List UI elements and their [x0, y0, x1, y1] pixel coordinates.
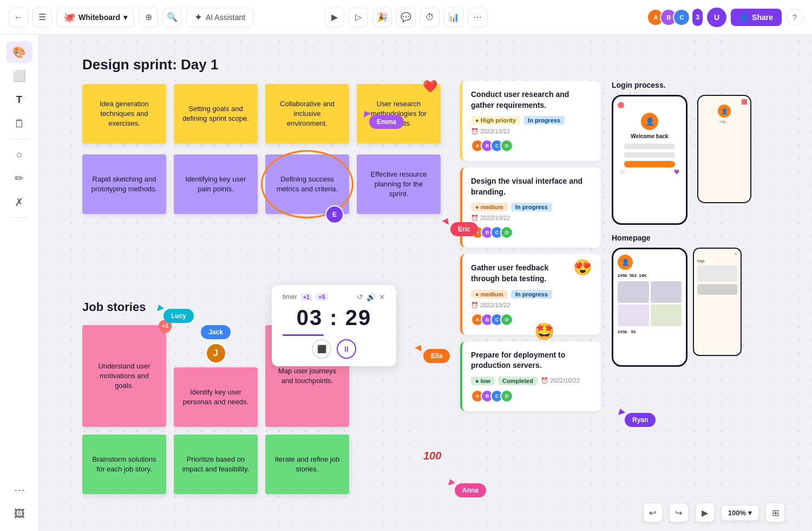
ai-assistant-button[interactable]: ✦ AI Assistant [186, 8, 253, 27]
score-label: 100 [423, 450, 441, 462]
task-tags-1: ● High priority In progress ⏰ 2022/10/22 [471, 116, 592, 135]
task-tags-2: ● medium In progress ⏰ 2022/10/22 [471, 203, 592, 222]
timer-badge1: +1 [300, 293, 313, 301]
status-tag-3: In progress [511, 290, 552, 299]
sidebar-item-pen[interactable]: ✏ [6, 167, 32, 189]
redo-button[interactable]: ↪ [669, 503, 689, 522]
job-note-1[interactable]: Understand user motivations and goals. +… [82, 325, 166, 427]
comment-button[interactable]: 💬 [396, 8, 416, 27]
hp-user-avatar: 👤 [618, 255, 633, 270]
back-button[interactable]: ← [9, 8, 28, 27]
current-user-avatar[interactable]: U [707, 8, 726, 27]
task-card-3[interactable]: Gather user feedback through beta testin… [460, 254, 601, 334]
job-note-4[interactable]: Brainstorm solutions for each job story. [82, 435, 166, 494]
timer-button[interactable]: ⏱ [420, 8, 440, 27]
menu-button[interactable]: ☰ [32, 8, 52, 27]
play-mode-button[interactable]: ▶ [695, 503, 715, 522]
collaborator-avatars: A B C 3 [647, 9, 703, 26]
share-button[interactable]: 👤 Share [731, 9, 782, 26]
share-label: Share [752, 13, 773, 22]
sticky-note-6[interactable]: Identifying key user pain points. [174, 154, 258, 214]
timer-pause-button[interactable]: ⏸ [337, 339, 356, 359]
status-tag-2: In progress [511, 203, 552, 211]
task-avatar-4d: D [500, 390, 513, 403]
priority-tag-1: ● High priority [471, 116, 520, 125]
toolbar: ← ☰ 🐙 Whiteboard ▾ ⊕ 🔍 ✦ AI Assistant ▶ … [0, 0, 812, 35]
date-2: ⏰ 2022/10/22 [471, 215, 510, 222]
zoom-dropdown-icon: ▾ [748, 509, 752, 517]
sidebar-item-connect[interactable]: ✗ [6, 191, 32, 213]
canvas[interactable]: Design sprint: Day 1 Idea generation tec… [39, 35, 812, 531]
mockup-field-1 [624, 144, 675, 149]
timer-close[interactable]: ✕ [379, 293, 385, 301]
zoom-control[interactable]: 100% ▾ [721, 505, 759, 521]
task-title-3: Gather user feedback through beta testin… [471, 263, 573, 284]
sidebar-item-sticky[interactable]: 🗒 [6, 113, 32, 134]
sprint-section: Design sprint: Day 1 Idea generation tec… [82, 56, 483, 225]
sticky-text-3: Collaborative and inclusive environment. [273, 99, 342, 129]
sticky-text-7: Defining success metrics and criteria. [273, 174, 342, 194]
sticky-text-2: Setting goals and defining sprint scope. [181, 104, 250, 124]
sticky-note-7[interactable]: Defining success metrics and criteria. E [265, 154, 349, 214]
hp-bottom-stat: 245k 56 [618, 329, 682, 334]
cursor-anna: Anna [455, 483, 486, 497]
status-tag-4: Completed [498, 377, 538, 385]
confetti-button[interactable]: 🎉 [372, 8, 392, 27]
login-phone-small: 👤 hap... [697, 95, 751, 203]
timer-stop-button[interactable]: ⬛ [312, 339, 331, 359]
login-phone-main: 👤 Welcome back 22💜 [612, 95, 687, 225]
cursor-arrow-ryan [617, 407, 626, 415]
undo-button[interactable]: ↩ [643, 503, 663, 522]
hp-small-img2 [697, 284, 737, 295]
task-card-4[interactable]: Prepare for deployment to production ser… [460, 341, 601, 411]
expand-button[interactable]: ⊞ [765, 503, 785, 522]
sticky-user-avatar: E [325, 205, 344, 224]
whiteboard-logo[interactable]: 🐙 Whiteboard ▾ [56, 8, 134, 27]
timer-controls: ⬛ ⏸ [283, 339, 385, 359]
ai-label: AI Assistant [206, 13, 245, 22]
sticky-note-3[interactable]: Collaborative and inclusive environment. [265, 84, 349, 144]
hp-stat-2: 562 [630, 273, 637, 278]
sticky-note-5[interactable]: Rapid sketching and prototyping methods. [82, 154, 166, 214]
hp-cell-1 [618, 281, 649, 303]
pointer-tool[interactable]: ▶ [325, 8, 344, 27]
sidebar-divider-2 [10, 217, 29, 218]
hp-cell-3 [618, 305, 649, 326]
task-avatar-2d: D [500, 226, 513, 239]
jack-avatar: J [205, 342, 227, 364]
job-note-6[interactable]: Iterate and refine job stories. [265, 435, 349, 494]
sticky-note-2[interactable]: Setting goals and defining sprint scope. [174, 84, 258, 144]
task-header-3: Gather user feedback through beta testin… [471, 263, 592, 289]
toolbar-center: ▶ ▷ 🎉 💬 ⏱ 📊 ⋯ [325, 8, 487, 27]
emoji-star-reaction: 🤩 [534, 322, 554, 341]
timer-display: 03 : 29 [283, 306, 385, 330]
job-note-5[interactable]: Prioritize based on impact and feasibili… [174, 435, 258, 494]
timer-refresh[interactable]: ↺ [357, 293, 363, 301]
job-text-4: Brainstorm solutions for each job story. [90, 455, 159, 474]
sticky-note-8[interactable]: Effective resource planning for the spri… [357, 154, 441, 214]
search-button[interactable]: 🔍 [162, 8, 182, 27]
job-text-5: Prioritize based on impact and feasibili… [181, 455, 250, 474]
mockup-welcome-text: Welcome back [618, 133, 682, 139]
hp-small-img [697, 266, 737, 282]
sidebar-item-frame[interactable]: ⬜ [6, 65, 32, 87]
timer-volume[interactable]: 🔊 [366, 293, 376, 301]
sidebar-item-embed[interactable]: 🖼 [6, 503, 32, 524]
tag-button[interactable]: ⊕ [139, 8, 158, 27]
play-button[interactable]: ▷ [349, 8, 368, 27]
sidebar-item-more[interactable]: ⋯ [6, 479, 32, 501]
sprint-title: Design sprint: Day 1 [82, 56, 483, 73]
sidebar: 🎨 ⬜ T 🗒 ○ ✏ ✗ ⋯ 🖼 [0, 35, 39, 531]
job-text-3: Map user journeys and touchpoints. [273, 366, 342, 386]
job-note-2[interactable]: Identify key user personas and needs. [174, 367, 258, 427]
help-button[interactable]: ? [786, 9, 803, 26]
chart-button[interactable]: 📊 [444, 8, 463, 27]
more-tools[interactable]: ⋯ [468, 8, 487, 27]
task-card-1[interactable]: Conduct user research and gather require… [460, 81, 601, 161]
homepage-phone-main: 👤 245k 562 14K 245k 56 [612, 248, 687, 367]
sidebar-item-templates[interactable]: 🎨 [6, 41, 32, 63]
sidebar-item-shapes[interactable]: ○ [6, 144, 32, 165]
sticky-note-1[interactable]: Idea generation techniques and exercises… [82, 84, 166, 144]
sidebar-item-text[interactable]: T [6, 89, 32, 111]
task-card-2[interactable]: Design the visual interface and branding… [460, 167, 601, 248]
